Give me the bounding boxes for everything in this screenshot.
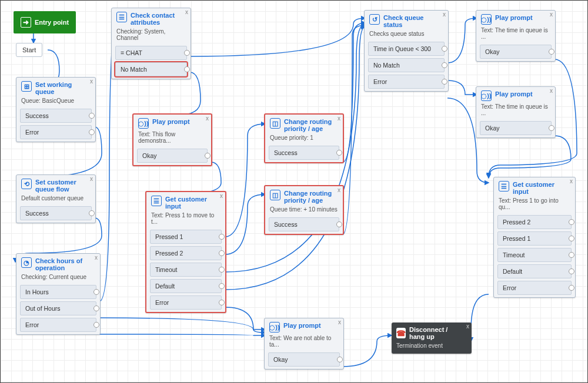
close-icon[interactable]: x <box>338 115 340 122</box>
node-disconnect[interactable]: x ☎ Disconnect / hang up Termination eve… <box>392 322 472 354</box>
branch-error[interactable]: Error <box>20 125 92 139</box>
speaker-icon: ◌)) <box>269 322 280 332</box>
output-port[interactable] <box>569 285 574 291</box>
node-title: Get customer input <box>165 196 216 210</box>
output-port[interactable] <box>337 357 343 362</box>
output-port[interactable] <box>336 150 342 156</box>
branch-okay[interactable]: Okay <box>480 45 552 59</box>
node-get-customer-input-2[interactable]: x ☰ Get customer input Text: Press 1 to … <box>493 177 576 298</box>
node-title: Set customer queue flow <box>35 179 86 193</box>
output-port[interactable] <box>442 62 447 68</box>
branch-error[interactable]: Error <box>150 295 222 310</box>
branch-success[interactable]: Success <box>269 217 339 231</box>
close-icon[interactable]: x <box>443 11 446 18</box>
branch-okay[interactable]: Okay <box>480 121 552 135</box>
output-port[interactable] <box>549 49 554 55</box>
branch-default[interactable]: Default <box>497 264 572 278</box>
branch-out-of-hours[interactable]: Out of Hours <box>20 301 96 315</box>
branch-chat[interactable]: = CHAT <box>115 46 187 60</box>
close-icon[interactable]: x <box>570 178 573 184</box>
branch-okay[interactable]: Okay <box>137 149 208 163</box>
node-play-prompt-unable[interactable]: x ◌)) Play prompt Text: We are not able … <box>264 318 344 369</box>
close-icon[interactable]: x <box>90 78 93 85</box>
node-subtext: Checks queue status <box>365 31 448 41</box>
output-port[interactable] <box>219 234 225 240</box>
node-set-working-queue[interactable]: x ⊞ Set working queue Queue: BasicQueue … <box>16 77 96 142</box>
node-subtext: Queue: BasicQueue <box>16 98 95 107</box>
output-port[interactable] <box>569 236 574 241</box>
branch-error[interactable]: Error <box>368 75 445 89</box>
close-icon[interactable]: x <box>466 323 469 330</box>
node-subtext: Checking: Current queue <box>16 274 100 284</box>
node-check-hours[interactable]: x ◔ Check hours of operation Checking: C… <box>16 253 101 335</box>
node-set-customer-queue-flow[interactable]: x ⟲ Set customer queue flow Default cust… <box>16 174 96 223</box>
branch-success[interactable]: Success <box>20 109 92 123</box>
close-icon[interactable]: x <box>185 9 188 15</box>
close-icon[interactable]: x <box>90 176 93 182</box>
output-port[interactable] <box>219 267 225 273</box>
output-port[interactable] <box>569 252 574 258</box>
branch-no-match[interactable]: No Match <box>115 62 187 76</box>
output-port[interactable] <box>569 268 574 274</box>
flow-canvas[interactable]: ➜ Entry point Start x ⊞ Set working queu… <box>0 0 588 383</box>
close-icon[interactable]: x <box>338 319 341 325</box>
node-get-customer-input-1[interactable]: x ☰ Get customer input Text: Press 1 to … <box>145 191 226 313</box>
branch-pressed-1[interactable]: Pressed 1 <box>497 231 572 246</box>
node-change-routing-priority[interactable]: x ◫ Change routing priority / age Queue … <box>264 113 344 163</box>
branch-pressed-2[interactable]: Pressed 2 <box>150 246 222 260</box>
branch-time-in-queue[interactable]: Time in Queue < 300 <box>368 42 445 56</box>
node-check-contact-attributes[interactable]: x ☰ Check contact attributes Checking: S… <box>111 8 191 79</box>
node-subtext: Text: This flow demonstra... <box>133 131 211 147</box>
output-port[interactable] <box>442 79 447 85</box>
branch-success[interactable]: Success <box>20 206 92 220</box>
output-port[interactable] <box>184 50 190 56</box>
output-port[interactable] <box>184 66 190 72</box>
output-port[interactable] <box>89 129 95 135</box>
output-port[interactable] <box>205 153 211 159</box>
node-play-prompt-time-2[interactable]: x ◌)) Play prompt Text: The time in queu… <box>476 86 556 138</box>
person-icon: ☰ <box>499 181 509 192</box>
output-port[interactable] <box>549 125 554 131</box>
branch-pressed-2[interactable]: Pressed 2 <box>497 215 572 229</box>
close-icon[interactable]: x <box>338 187 340 193</box>
output-port[interactable] <box>93 322 99 328</box>
branch-in-hours[interactable]: In Hours <box>20 285 96 299</box>
branch-okay[interactable]: Okay <box>268 352 340 367</box>
output-port[interactable] <box>336 221 342 227</box>
output-port[interactable] <box>93 305 99 311</box>
branch-timeout[interactable]: Timeout <box>497 248 572 262</box>
close-icon[interactable]: x <box>95 254 98 261</box>
output-port[interactable] <box>89 210 95 216</box>
close-icon[interactable]: x <box>206 115 209 122</box>
node-subtext: Default customer queue <box>16 195 95 205</box>
branch-success[interactable]: Success <box>269 146 339 160</box>
close-icon[interactable]: x <box>550 88 553 94</box>
output-port[interactable] <box>93 289 99 295</box>
node-title: Play prompt <box>495 14 533 21</box>
branch-pressed-1[interactable]: Pressed 1 <box>150 230 222 244</box>
output-port[interactable] <box>89 113 95 119</box>
output-port[interactable] <box>219 300 225 305</box>
node-subtext: Text: The time in queue is ... <box>476 103 555 120</box>
entry-point-node[interactable]: ➜ Entry point <box>14 11 76 33</box>
node-title: Change routing priority / age <box>284 190 333 204</box>
node-change-routing-time[interactable]: x ◫ Change routing priority / age Queue … <box>264 185 344 235</box>
node-play-prompt-flow[interactable]: x ◌)) Play prompt Text: This flow demons… <box>132 113 212 166</box>
output-port[interactable] <box>219 283 225 289</box>
output-port[interactable] <box>442 46 447 52</box>
check-icon: ↺ <box>369 14 380 25</box>
branch-timeout[interactable]: Timeout <box>150 263 222 277</box>
close-icon[interactable]: x <box>550 11 553 18</box>
branch-no-match[interactable]: No Match <box>368 58 445 72</box>
node-subtext: Checking: System, Channel <box>112 28 191 45</box>
branch-error[interactable]: Error <box>20 318 96 332</box>
start-pill[interactable]: Start <box>16 43 42 57</box>
output-port[interactable] <box>219 250 225 256</box>
node-play-prompt-time-1[interactable]: x ◌)) Play prompt Text: The time in queu… <box>476 10 556 62</box>
branch-error[interactable]: Error <box>497 281 572 295</box>
node-check-queue-status[interactable]: x ↺ Check queue status Checks queue stat… <box>364 10 449 92</box>
close-icon[interactable]: x <box>220 193 223 199</box>
node-title: Disconnect / hang up <box>409 326 462 340</box>
output-port[interactable] <box>569 219 574 225</box>
branch-default[interactable]: Default <box>150 279 222 293</box>
